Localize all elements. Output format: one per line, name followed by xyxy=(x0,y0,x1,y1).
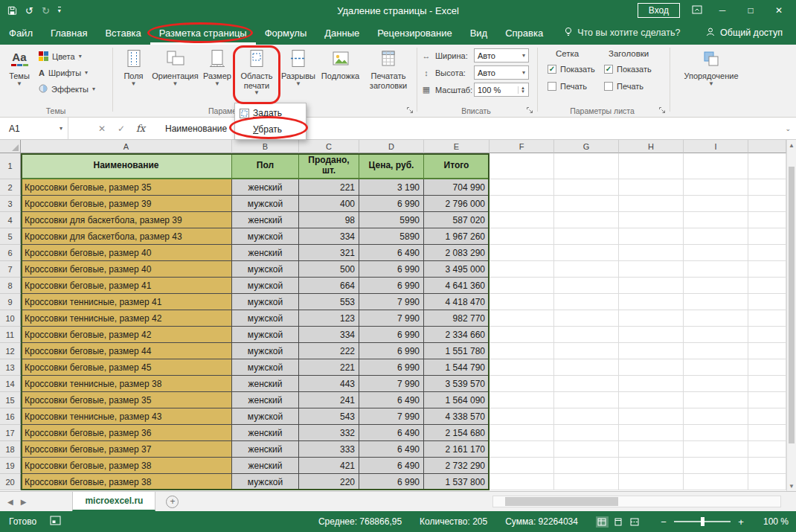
size-button[interactable]: Размер ▼ xyxy=(199,47,236,103)
cell[interactable]: 98 xyxy=(299,212,359,228)
sheet-options-dialog-launcher-icon[interactable] xyxy=(658,106,667,115)
empty-cell[interactable] xyxy=(554,310,619,327)
cell[interactable]: мужской xyxy=(232,196,299,212)
empty-cell[interactable] xyxy=(748,278,786,294)
cell[interactable]: женский xyxy=(232,179,299,196)
cell[interactable]: 421 xyxy=(299,458,359,474)
empty-cell[interactable] xyxy=(619,376,684,392)
empty-cell[interactable] xyxy=(554,179,619,196)
empty-cell[interactable] xyxy=(554,408,619,425)
empty-cell[interactable] xyxy=(684,327,748,343)
empty-cell[interactable] xyxy=(490,376,554,392)
page-break-view-icon[interactable] xyxy=(629,516,641,528)
cell[interactable]: 7 990 xyxy=(359,408,424,425)
cell[interactable]: 6 990 xyxy=(359,261,424,278)
empty-cell[interactable] xyxy=(748,408,786,425)
row-header-3[interactable]: 3 xyxy=(0,196,21,212)
cell[interactable]: Кроссовки беговые, размер 45 xyxy=(21,359,232,376)
gridlines-print-checkbox[interactable]: Печать xyxy=(548,82,587,91)
expand-formula-bar-icon[interactable]: ⌄ xyxy=(785,125,791,132)
ribbon-tab-6[interactable]: Данные xyxy=(315,21,368,45)
empty-cell[interactable] xyxy=(619,196,684,212)
headings-show-checkbox[interactable]: Показать xyxy=(604,65,652,74)
menu-item-clear-print-area[interactable]: Убрать xyxy=(235,121,306,138)
scroll-up-icon[interactable]: ▲ xyxy=(787,140,796,150)
cell[interactable]: 1 537 800 xyxy=(424,474,490,490)
row-header-5[interactable]: 5 xyxy=(0,228,21,245)
empty-cell[interactable] xyxy=(554,196,619,212)
empty-cell[interactable] xyxy=(619,392,684,408)
arrange-button[interactable]: Упорядочение ▼ xyxy=(681,47,742,103)
empty-cell[interactable] xyxy=(748,261,786,278)
cell[interactable]: 4 338 570 xyxy=(424,408,490,425)
empty-cell[interactable] xyxy=(490,245,554,261)
cell[interactable]: 4 418 470 xyxy=(424,294,490,310)
cell[interactable]: женский xyxy=(232,441,299,458)
empty-cell[interactable] xyxy=(554,228,619,245)
row-header-17[interactable]: 17 xyxy=(0,425,21,441)
cell[interactable]: мужской xyxy=(232,327,299,343)
cell[interactable]: мужской xyxy=(232,261,299,278)
sign-in-button[interactable]: Вход xyxy=(638,3,680,18)
cell[interactable]: Кроссовки беговые, размер 40 xyxy=(21,245,232,261)
cell[interactable]: 443 xyxy=(299,376,359,392)
sheet-nav-right-icon[interactable]: ▶ xyxy=(21,498,27,506)
maximize-button[interactable]: □ xyxy=(742,5,759,16)
cell[interactable]: 2 334 660 xyxy=(424,327,490,343)
vertical-scrollbar[interactable]: ▲ ▼ xyxy=(786,140,796,491)
empty-cell[interactable] xyxy=(619,278,684,294)
empty-cell[interactable] xyxy=(748,179,786,196)
page-setup-dialog-launcher-icon[interactable] xyxy=(406,106,415,115)
column-header-D[interactable]: D xyxy=(359,140,424,153)
empty-cell[interactable] xyxy=(490,458,554,474)
cell[interactable]: 7 990 xyxy=(359,294,424,310)
cell[interactable]: 2 796 000 xyxy=(424,196,490,212)
empty-cell[interactable] xyxy=(748,228,786,245)
empty-cell[interactable] xyxy=(554,153,619,179)
empty-cell[interactable] xyxy=(490,179,554,196)
empty-cell[interactable] xyxy=(619,294,684,310)
cell[interactable]: 4 641 360 xyxy=(424,278,490,294)
empty-cell[interactable] xyxy=(684,196,748,212)
orientation-button[interactable]: Ориентация ▼ xyxy=(153,47,198,103)
cell[interactable]: 6 490 xyxy=(359,458,424,474)
cell[interactable]: 334 xyxy=(299,228,359,245)
fit-height-combo[interactable]: Авто▾ xyxy=(474,65,529,80)
empty-cell[interactable] xyxy=(748,327,786,343)
empty-cell[interactable] xyxy=(684,425,748,441)
ribbon-tab-8[interactable]: Вид xyxy=(461,21,497,45)
empty-cell[interactable] xyxy=(748,294,786,310)
cell[interactable]: мужской xyxy=(232,343,299,359)
empty-cell[interactable] xyxy=(748,212,786,228)
cell[interactable]: 221 xyxy=(299,359,359,376)
cell[interactable]: 6 490 xyxy=(359,425,424,441)
cell[interactable]: 334 xyxy=(299,327,359,343)
column-header-I[interactable]: I xyxy=(684,140,748,153)
empty-cell[interactable] xyxy=(619,212,684,228)
cell[interactable]: мужской xyxy=(232,474,299,490)
cell[interactable]: мужской xyxy=(232,310,299,327)
theme-effects-button[interactable]: Эффекты▾ xyxy=(39,81,95,97)
cell[interactable]: женский xyxy=(232,392,299,408)
cell[interactable]: женский xyxy=(232,425,299,441)
empty-cell[interactable] xyxy=(619,425,684,441)
cell[interactable]: Кроссовки беговые, размер 44 xyxy=(21,343,232,359)
scale-dialog-launcher-icon[interactable] xyxy=(526,106,535,115)
cell[interactable]: женский xyxy=(232,458,299,474)
empty-cell[interactable] xyxy=(490,310,554,327)
cell[interactable]: женский xyxy=(232,376,299,392)
headings-print-checkbox[interactable]: Печать xyxy=(604,82,643,91)
empty-cell[interactable] xyxy=(684,278,748,294)
column-header-partial[interactable] xyxy=(748,140,786,153)
cell[interactable]: 3 495 000 xyxy=(424,261,490,278)
empty-cell[interactable] xyxy=(684,474,748,490)
sheet-tab-active[interactable]: microexcel.ru xyxy=(72,492,155,511)
cell[interactable]: 6 490 xyxy=(359,392,424,408)
empty-cell[interactable] xyxy=(490,474,554,490)
cell[interactable]: 2 161 170 xyxy=(424,441,490,458)
empty-cell[interactable] xyxy=(490,408,554,425)
empty-cell[interactable] xyxy=(490,441,554,458)
background-button[interactable]: Подложка xyxy=(319,47,362,103)
row-header-1[interactable]: 1 xyxy=(0,153,21,179)
column-header-F[interactable]: F xyxy=(490,140,554,153)
